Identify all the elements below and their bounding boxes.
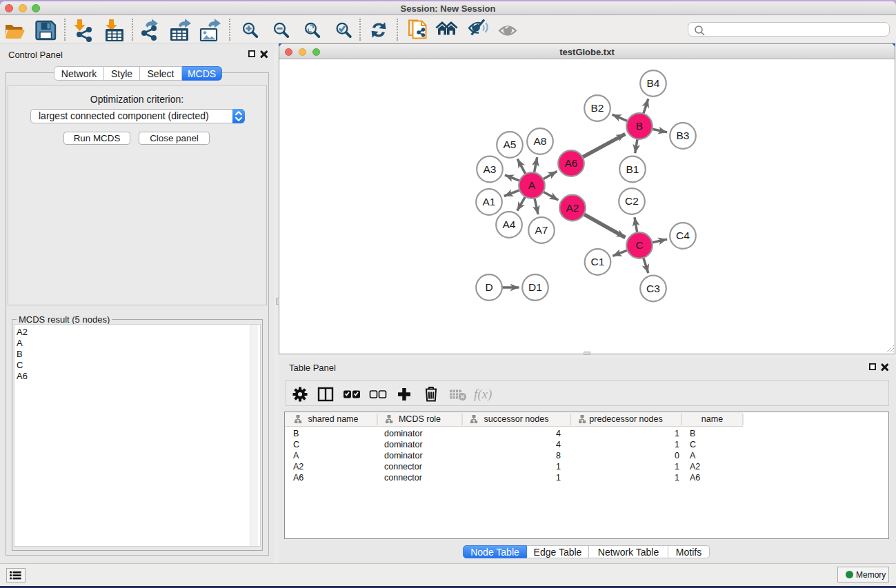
svg-text:A: A [528,179,536,191]
svg-text:C2: C2 [625,195,639,207]
svg-text:A5: A5 [504,139,517,150]
svg-text:B3: B3 [677,130,690,141]
svg-text:C3: C3 [646,283,660,294]
svg-text:A2: A2 [566,202,579,214]
svg-text:B2: B2 [591,102,604,114]
svg-text:A8: A8 [534,135,547,147]
svg-text:A3: A3 [484,163,497,175]
svg-text:A1: A1 [483,196,496,207]
svg-text:C1: C1 [591,256,605,267]
svg-text:A6: A6 [565,157,578,169]
svg-text:B: B [636,120,643,132]
svg-text:D1: D1 [528,281,542,293]
svg-text:A4: A4 [503,219,516,230]
svg-text:B1: B1 [626,163,639,175]
svg-text:f(x): f(x) [474,387,492,402]
svg-text:B4: B4 [647,77,660,89]
svg-text:A7: A7 [535,224,548,236]
svg-text:D: D [485,281,492,293]
svg-text:C: C [635,239,643,251]
svg-text:C4: C4 [676,230,690,241]
